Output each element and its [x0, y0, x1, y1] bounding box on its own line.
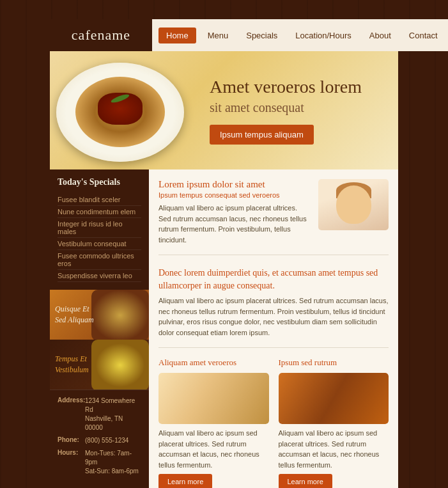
nav-location[interactable]: Location/Hours [289, 28, 357, 43]
card1-food-image [91, 290, 149, 340]
card1-food [91, 290, 149, 340]
logo: cafename [72, 27, 130, 43]
hero-cta-button[interactable]: Ipsum tempus aliquam [210, 125, 314, 145]
card2-label: Tempus Et Vestibulum [55, 354, 100, 375]
special-item[interactable]: Suspendisse viverra leo [58, 270, 141, 282]
header: cafename Home Menu Specials Location/Hou… [50, 19, 398, 51]
address-section: Address: 1234 Somewhere RdNashville, TN … [50, 390, 149, 486]
specials-title: Today's Specials [58, 177, 141, 187]
card2-food-image [91, 340, 149, 390]
pasta [75, 77, 165, 147]
hero-text: Amet veroeros lorem sit amet consequat I… [203, 63, 398, 158]
fried-food-image [279, 373, 389, 424]
content-area: Today's Specials Fusee blandit sceler Nu… [50, 169, 398, 488]
article-1-subtitle: Ipsum tempus consequat sed veroeros [158, 191, 311, 199]
nav-contact[interactable]: Contact [403, 28, 444, 43]
main-content: Lorem ipsum dolor sit amet Ipsum tempus … [149, 169, 398, 488]
phone-row: Phone: (800) 555-1234 [58, 436, 141, 445]
hero-section: Amet veroeros lorem sit amet consequat I… [50, 51, 398, 169]
face-decoration [336, 185, 371, 224]
hours-label: Hours: [58, 449, 82, 476]
article-2-body: Aliquam val libero ac ipsum placerat ult… [158, 295, 389, 338]
sidebar-card-tempus[interactable]: Tempus Et Vestibulum [50, 340, 149, 390]
nav-specials[interactable]: Specials [240, 28, 284, 43]
special-item[interactable]: Vestibulum consequat [58, 238, 141, 250]
column-1: Aliquam amet veroeros Aliquam val libero… [158, 358, 269, 488]
sidebar: Today's Specials Fusee blandit sceler Nu… [50, 169, 149, 488]
article-1-title: Lorem ipsum dolor sit amet [158, 179, 311, 190]
article-2-title: Donec lorem duimperdiet quis, et accumsa… [158, 267, 389, 292]
card1-label: Quisque Et Sed Aliquam [55, 304, 100, 326]
address-value: 1234 Somewhere RdNashville, TN 00000 [85, 397, 141, 432]
phone-value: (800) 555-1234 [85, 436, 128, 445]
sidebar-card-quisque[interactable]: Quisque Et Sed Aliquam [50, 290, 149, 340]
navigation: Home Menu Specials Location/Hours About … [152, 19, 448, 51]
article-2: Donec lorem duimperdiet quis, et accumsa… [158, 267, 389, 348]
special-item[interactable]: Fusee blandit sceler [58, 194, 141, 206]
todays-specials: Today's Specials Fusee blandit sceler Nu… [50, 169, 149, 290]
col1-learn-more-button[interactable]: Learn more [158, 474, 212, 488]
col1-body: Aliquam val libero ac ipsum sed placerat… [158, 428, 269, 470]
article-1: Lorem ipsum dolor sit amet Ipsum tempus … [158, 179, 389, 255]
col2-body: Aliquam val libero ac ipsum sed placerat… [279, 428, 389, 470]
column-2: Ipsum sed rutrum Aliquam val libero ac i… [279, 358, 389, 488]
hero-food-image [50, 56, 203, 165]
address-row: Address: 1234 Somewhere RdNashville, TN … [58, 397, 141, 432]
col1-title: Aliquam amet veroeros [158, 358, 269, 368]
sushi-food-image [158, 373, 269, 424]
card2-food [91, 340, 149, 390]
article-1-text: Lorem ipsum dolor sit amet Ipsum tempus … [158, 179, 311, 245]
phone-label: Phone: [58, 436, 82, 445]
col1-image [158, 373, 269, 424]
nav-menu[interactable]: Menu [201, 28, 235, 43]
hours-row: Hours: Mon-Tues: 7am-9pmSat-Sun: 8am-6pm [58, 449, 141, 476]
special-item[interactable]: Fusee commodo ultrices eros [58, 250, 141, 270]
article-1-body: Aliquam val libero ac ipsum placerat ult… [158, 203, 311, 245]
nav-home[interactable]: Home [158, 28, 196, 43]
special-item[interactable]: Integer id risus id leo males [58, 218, 141, 238]
hours-value: Mon-Tues: 7am-9pmSat-Sun: 8am-6pm [85, 449, 141, 476]
article-1-header: Lorem ipsum dolor sit amet Ipsum tempus … [158, 179, 389, 245]
article-1-image [318, 179, 389, 230]
col2-title: Ipsum sed rutrum [279, 358, 389, 368]
hero-subtitle: sit amet consequat [210, 100, 385, 115]
two-column-section: Aliquam amet veroeros Aliquam val libero… [158, 358, 389, 488]
address-label: Address: [58, 397, 82, 432]
hero-title: Amet veroeros lorem [210, 76, 385, 98]
col2-image [279, 373, 389, 424]
plate [56, 63, 184, 162]
special-item[interactable]: Nune condimentum elem [58, 206, 141, 218]
col2-learn-more-button[interactable]: Learn more [279, 474, 332, 488]
nav-about[interactable]: About [363, 28, 398, 43]
logo-area: cafename [50, 19, 152, 51]
